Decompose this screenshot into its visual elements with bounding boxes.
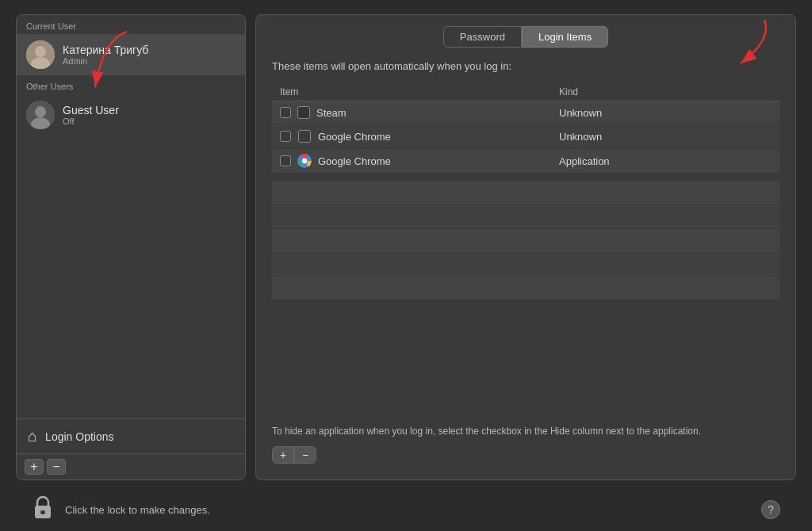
bottom-bar: Click the lock to make changes. ? xyxy=(16,488,796,531)
help-button[interactable]: ? xyxy=(761,500,780,519)
user-item-guest[interactable]: Guest User Off xyxy=(17,94,245,136)
user-name-guest: Guest User xyxy=(63,104,119,117)
lock-icon[interactable] xyxy=(32,495,54,525)
users-list: Current User Катерина Тригуб Admin xyxy=(17,15,245,418)
description-text: These items will open automatically when… xyxy=(272,60,779,72)
avatar-guest xyxy=(26,101,55,129)
steam-icon xyxy=(297,106,310,119)
avatar-current xyxy=(26,40,55,69)
user-name-current: Катерина Тригуб xyxy=(63,44,148,56)
kind-steam: Unknown xyxy=(551,101,779,124)
tab-password[interactable]: Password xyxy=(443,26,522,48)
right-add-button[interactable]: + xyxy=(272,446,294,464)
user-role-guest: Off xyxy=(63,117,119,126)
chrome-box-icon xyxy=(297,129,312,143)
left-panel: Current User Катерина Тригуб Admin xyxy=(16,14,246,480)
svg-point-1 xyxy=(35,46,46,57)
kind-chrome1: Unknown xyxy=(551,124,779,149)
item-cell-chrome2: Google Chrome xyxy=(272,149,551,174)
checkbox-steam[interactable] xyxy=(280,107,291,118)
items-table: Item Kind Steam xyxy=(272,83,779,174)
item-cell-chrome1: Google Chrome xyxy=(272,124,551,149)
right-content: These items will open automatically when… xyxy=(256,48,795,479)
svg-point-4 xyxy=(35,106,46,117)
empty-row xyxy=(272,253,779,277)
empty-rows xyxy=(272,181,779,413)
col-item: Item xyxy=(272,83,551,101)
table-row: Steam Unknown xyxy=(272,101,779,124)
item-name-steam: Steam xyxy=(316,107,347,119)
home-icon: ⌂ xyxy=(28,427,37,445)
user-role-current: Admin xyxy=(63,56,148,66)
empty-row xyxy=(272,277,779,300)
current-user-label: Current User xyxy=(17,15,245,34)
right-remove-button[interactable]: − xyxy=(294,446,316,464)
main-container: Current User Катерина Тригуб Admin xyxy=(0,0,812,531)
footer-text: To hide an application when you log in, … xyxy=(272,424,779,438)
empty-row xyxy=(272,229,779,253)
table-row: Google Chrome Application xyxy=(272,149,779,174)
user-info-guest: Guest User Off xyxy=(63,104,119,126)
tabs-bar: Password Login Items xyxy=(256,15,795,48)
checkbox-chrome2[interactable] xyxy=(280,155,291,166)
kind-chrome2: Application xyxy=(551,149,779,174)
col-kind: Kind xyxy=(551,83,779,101)
item-name-chrome2: Google Chrome xyxy=(318,155,391,167)
empty-row xyxy=(272,205,779,229)
item-cell-steam: Steam xyxy=(272,101,551,124)
right-panel: Password Login Items These items will op… xyxy=(255,14,796,480)
left-add-button[interactable]: + xyxy=(25,459,44,475)
login-options-label: Login Options xyxy=(45,430,113,443)
checkbox-chrome1[interactable] xyxy=(280,131,291,142)
left-panel-bottom: ⌂ Login Options xyxy=(17,418,245,453)
item-name-chrome1: Google Chrome xyxy=(318,131,391,143)
svg-point-10 xyxy=(302,159,307,163)
user-item-current[interactable]: Катерина Тригуб Admin xyxy=(17,34,245,75)
content-area: Current User Катерина Тригуб Admin xyxy=(16,14,796,480)
lock-text: Click the lock to make changes. xyxy=(65,504,210,516)
svg-rect-12 xyxy=(40,510,45,514)
tab-login-items[interactable]: Login Items xyxy=(522,26,608,48)
table-row: Google Chrome Unknown xyxy=(272,124,779,149)
user-info-current: Катерина Тригуб Admin xyxy=(63,44,148,66)
chrome-app-icon xyxy=(297,154,312,168)
left-add-remove-bar: + − xyxy=(17,453,245,479)
right-add-remove-bar: + − xyxy=(272,446,779,464)
other-users-label: Other Users xyxy=(17,75,245,94)
login-options-button[interactable]: ⌂ Login Options xyxy=(17,419,245,453)
empty-row xyxy=(272,181,779,205)
left-remove-button[interactable]: − xyxy=(47,459,66,475)
